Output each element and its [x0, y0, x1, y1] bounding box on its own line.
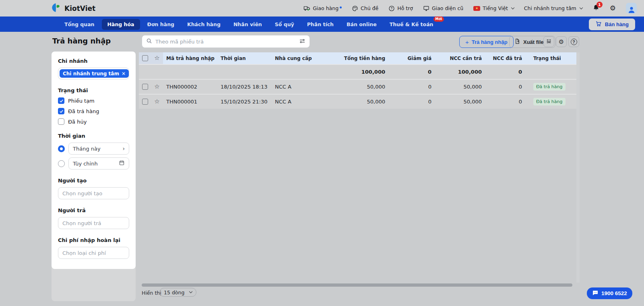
- column-settings-button[interactable]: [543, 36, 554, 47]
- user-avatar[interactable]: [626, 3, 637, 14]
- nav-ban-online[interactable]: Bán online: [341, 19, 382, 30]
- status-option-da-tra-hang[interactable]: Đã trả hàng: [58, 108, 129, 114]
- kiotviet-logo-icon: [52, 3, 61, 14]
- chat-bubble-icon: [592, 289, 599, 297]
- cost-filter-input[interactable]: [58, 247, 129, 259]
- returner-filter-input[interactable]: [58, 217, 129, 229]
- checkbox-unchecked-icon[interactable]: [58, 118, 64, 125]
- theme-label: Chủ đề: [361, 5, 378, 11]
- sell-button[interactable]: Bán hàng: [589, 19, 635, 30]
- support-menu[interactable]: Hỗ trợ: [388, 5, 413, 12]
- row-code: THN000001: [163, 99, 217, 105]
- row-total: 50,000: [326, 84, 388, 90]
- time-preset-value: Tháng này: [73, 146, 101, 152]
- hotline-number: 1900 6522: [601, 290, 627, 296]
- summary-row: 100,000 0 100,000 0: [139, 64, 576, 79]
- star-icon[interactable]: ☆: [154, 84, 159, 90]
- nav-so-quy[interactable]: Sổ quỹ: [269, 19, 300, 30]
- status-badge: Đã trả hàng: [533, 98, 566, 105]
- new-return-button[interactable]: + Trả hàng nhập: [459, 36, 514, 48]
- time-filter-label: Thời gian: [58, 133, 129, 139]
- branch-selector[interactable]: Chi nhánh trung tâm: [524, 5, 582, 11]
- row-checkbox[interactable]: [142, 99, 148, 105]
- row-ncc-due: 50,000: [435, 99, 485, 105]
- time-custom-row: Tùy chỉnh: [58, 157, 129, 170]
- creator-filter-input[interactable]: [58, 187, 129, 199]
- filter-sliders-icon[interactable]: [299, 38, 305, 45]
- vertical-scrollbar[interactable]: [576, 52, 580, 283]
- row-total: 50,000: [326, 99, 388, 105]
- display-label: Hiển thị: [142, 290, 161, 296]
- time-preset-row: Tháng này ›: [58, 143, 129, 155]
- nav-thue-ke-toan[interactable]: Thuế & Kế toán Mới: [384, 19, 439, 30]
- checkbox-checked-icon[interactable]: [58, 97, 64, 104]
- status-option-label: Đã trả hàng: [68, 108, 99, 114]
- time-preset-select[interactable]: Tháng này ›: [68, 143, 129, 155]
- search-input[interactable]: [155, 39, 296, 45]
- col-supplier: Nhà cung cấp: [272, 56, 326, 61]
- status-option-label: Đã hủy: [68, 119, 87, 125]
- col-total: Tổng tiền hàng: [326, 56, 388, 61]
- notifications-button[interactable]: 1: [592, 4, 600, 12]
- nav-khach-hang[interactable]: Khách hàng: [182, 19, 226, 30]
- chevron-down-icon: [580, 6, 583, 9]
- returner-filter-label: Người trả: [58, 207, 129, 213]
- monitor-icon: [423, 5, 429, 12]
- old-ui-label: Giao diện cũ: [432, 5, 463, 11]
- old-ui-menu[interactable]: Giao diện cũ: [423, 5, 463, 12]
- radio-unselected-icon[interactable]: [58, 160, 65, 167]
- delivery-menu[interactable]: Giao hàng: [303, 5, 342, 12]
- help-button[interactable]: ?: [568, 36, 579, 47]
- nav-tong-quan[interactable]: Tổng quan: [59, 19, 100, 30]
- columns-list-icon: [546, 38, 552, 45]
- row-ncc-due: 50,000: [435, 84, 485, 90]
- status-option-da-huy[interactable]: Đã hủy: [58, 118, 129, 125]
- branch-chip-label: Chi nhánh trung tâm: [63, 71, 119, 76]
- language-selector[interactable]: ★ Tiếng Việt: [473, 5, 514, 11]
- row-time: 18/10/2025 18:13: [217, 84, 272, 90]
- returns-table: ☆ Mã trả hàng nhập Thời gian Nhà cung cấ…: [139, 52, 576, 109]
- creator-filter-label: Người tạo: [58, 178, 129, 184]
- checkbox-checked-icon[interactable]: [58, 108, 64, 114]
- table-row[interactable]: ☆ THN000002 18/10/2025 18:13 NCC A 50,00…: [139, 79, 576, 94]
- table-settings-button[interactable]: ⚙: [556, 36, 567, 47]
- status-option-phieu-tam[interactable]: Phiếu tạm: [58, 97, 129, 104]
- row-checkbox[interactable]: [142, 84, 148, 90]
- chip-close-icon[interactable]: ✕: [122, 71, 126, 76]
- col-ncc-due: NCC cần trả: [435, 56, 485, 61]
- horizontal-scrollbar[interactable]: [142, 283, 572, 287]
- select-all-checkbox[interactable]: [142, 55, 148, 61]
- star-icon[interactable]: ☆: [154, 55, 159, 61]
- delivery-notification-dot: [340, 6, 342, 8]
- star-icon[interactable]: ☆: [154, 99, 159, 105]
- table-row[interactable]: ☆ THN000001 15/10/2025 21:30 NCC A 50,00…: [139, 94, 576, 109]
- brand-name: KiotViet: [64, 4, 95, 12]
- theme-menu[interactable]: Chủ đề: [352, 5, 378, 12]
- summary-ncc-due: 100,000: [435, 69, 485, 75]
- nav-nhan-vien[interactable]: Nhân viên: [228, 19, 268, 30]
- filter-sidebar: Chi nhánh Chi nhánh trung tâm ✕ Trạng th…: [52, 52, 136, 301]
- table-header-row: ☆ Mã trả hàng nhập Thời gian Nhà cung cấ…: [139, 52, 576, 64]
- page-size-select[interactable]: 15 dòng: [159, 288, 196, 297]
- kiotviet-logo[interactable]: KiotViet: [52, 3, 95, 14]
- hotline-button[interactable]: 1900 6522: [587, 287, 632, 299]
- search-bar: [142, 35, 310, 48]
- nav-hang-hoa[interactable]: Hàng hóa: [102, 19, 140, 30]
- new-return-label: Trả hàng nhập: [472, 39, 508, 45]
- row-supplier: NCC A: [272, 99, 326, 105]
- question-mark-icon: ?: [571, 39, 577, 45]
- page-title: Trả hàng nhập: [52, 37, 111, 45]
- radio-selected-icon[interactable]: [58, 145, 65, 152]
- row-time: 15/10/2025 21:30: [217, 99, 272, 105]
- filter-card: Chi nhánh Chi nhánh trung tâm ✕ Trạng th…: [52, 52, 136, 269]
- branch-chip: Chi nhánh trung tâm ✕: [60, 69, 129, 78]
- vietnam-flag-icon: ★: [473, 6, 480, 11]
- summary-total: 100,000: [326, 69, 388, 75]
- nav-phan-tich[interactable]: Phân tích: [301, 19, 339, 30]
- time-custom-select[interactable]: Tùy chỉnh: [68, 157, 129, 170]
- branch-filter-input[interactable]: Chi nhánh trung tâm ✕: [58, 68, 129, 79]
- time-custom-value: Tùy chỉnh: [73, 161, 98, 167]
- nav-don-hang[interactable]: Đơn hàng: [142, 19, 180, 30]
- col-ncc-paid: NCC đã trả: [485, 56, 525, 61]
- settings-gear-icon[interactable]: ⚙: [610, 5, 616, 12]
